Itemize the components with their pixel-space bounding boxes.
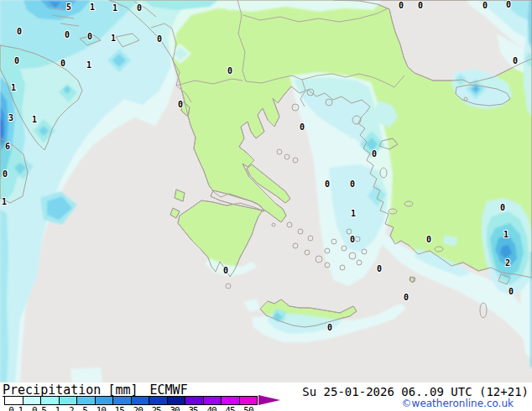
- precip-value-label: 0: [325, 179, 330, 189]
- precip-value-label: 1: [90, 3, 95, 12]
- colorbar-tick: 25: [147, 405, 165, 411]
- colorbar-segment: [113, 397, 132, 404]
- colorbar-tick-labels: 0.10.5125101520253035404550: [4, 405, 258, 411]
- precipitation-colorbar: [4, 396, 258, 405]
- precip-value-label: 2: [505, 258, 510, 268]
- colorbar-segment: [60, 397, 78, 404]
- colorbar-segment: [41, 397, 60, 404]
- colorbar-overflow-arrow: [258, 395, 280, 405]
- precip-value-label: 0: [137, 3, 142, 13]
- precip-value-label: 1: [351, 209, 356, 218]
- colorbar-tick: 0.5: [28, 405, 51, 411]
- precip-value-label: 0: [404, 293, 409, 302]
- precip-value-label: 0: [157, 34, 162, 44]
- precip-value-label: 0: [513, 56, 518, 65]
- precip-value-label: 0: [509, 287, 514, 296]
- colorbar-tick: 0.1: [4, 405, 28, 411]
- precip-value-label: 1: [11, 83, 16, 92]
- copyright-link[interactable]: ©weatheronline.co.uk: [402, 398, 514, 409]
- colorbar-segment: [149, 397, 168, 404]
- precip-value-label: 0: [500, 203, 505, 212]
- precip-value-label: 0: [65, 30, 70, 39]
- colorbar-tick: 20: [128, 405, 147, 411]
- precip-value-label: 0: [506, 0, 511, 9]
- precip-value-label: 6: [5, 142, 10, 151]
- map-canvas: 0511000100113160100000001000000012000000: [0, 0, 532, 382]
- precip-value-label: 0: [178, 100, 183, 109]
- colorbar-segment: [168, 397, 186, 404]
- legend-footer: Precipitation[mm]ECMWF 0.10.512510152025…: [0, 382, 532, 411]
- colorbar-segment: [132, 397, 150, 404]
- colorbar-tick: 15: [110, 405, 128, 411]
- colorbar-segment: [204, 397, 222, 404]
- colorbar-tick: 30: [165, 405, 184, 411]
- precip-value-label: 0: [14, 56, 19, 65]
- precip-value-label: 0: [327, 323, 332, 332]
- colorbar-tick: 10: [91, 405, 110, 411]
- precip-value-label: 0: [426, 235, 431, 244]
- colorbar-segment: [23, 397, 42, 404]
- colorbar-tick: 1: [50, 405, 64, 411]
- precip-value-label: 0: [399, 1, 404, 10]
- forecast-datetime: Su 25-01-2026 06..09 UTC (12+21): [302, 385, 529, 398]
- weather-map-app: 0511000100113160100000001000000012000000…: [0, 0, 532, 411]
- precip-value-label: 1: [2, 197, 7, 206]
- colorbar-segment: [96, 397, 114, 404]
- colorbar-tick: 45: [221, 405, 239, 411]
- precip-value-label: 0: [482, 1, 488, 10]
- colorbar-segment: [222, 397, 240, 404]
- colorbar-tick: 35: [184, 405, 202, 411]
- colorbar-tick: 50: [239, 405, 258, 411]
- colorbar-segment: [185, 397, 204, 404]
- precip-value-label: 1: [86, 60, 91, 70]
- precip-value-label: 0: [87, 32, 92, 41]
- precip-value-label: 1: [503, 230, 509, 239]
- precip-value-label: 0: [418, 1, 423, 10]
- colorbar-tick: 5: [78, 405, 91, 411]
- precip-value-label: 0: [3, 169, 8, 179]
- colorbar-tick: 2: [65, 405, 78, 411]
- precip-value-label: 1: [111, 34, 116, 43]
- colorbar-segment: [240, 397, 258, 404]
- precip-value-label: 0: [223, 266, 228, 275]
- precip-value-label: 0: [372, 149, 377, 159]
- precip-value-label: 0: [350, 235, 355, 244]
- precipitation-map: 0511000100113160100000001000000012000000: [0, 0, 532, 382]
- precip-value-label: 0: [17, 27, 22, 36]
- precip-value-label: 1: [32, 115, 37, 124]
- colorbar-tick: 40: [202, 405, 221, 411]
- colorbar-segment: [5, 397, 23, 404]
- precip-value-label: 1: [112, 3, 117, 13]
- precip-value-label: 0: [377, 264, 382, 273]
- precip-value-label: 0: [60, 59, 65, 68]
- precip-value-label: 3: [8, 113, 13, 122]
- precip-value-label: 0: [227, 66, 232, 75]
- precip-value-label: 5: [66, 3, 71, 12]
- colorbar-segment: [77, 397, 96, 404]
- precip-value-label: 0: [300, 122, 305, 132]
- precip-value-label: 0: [350, 179, 355, 189]
